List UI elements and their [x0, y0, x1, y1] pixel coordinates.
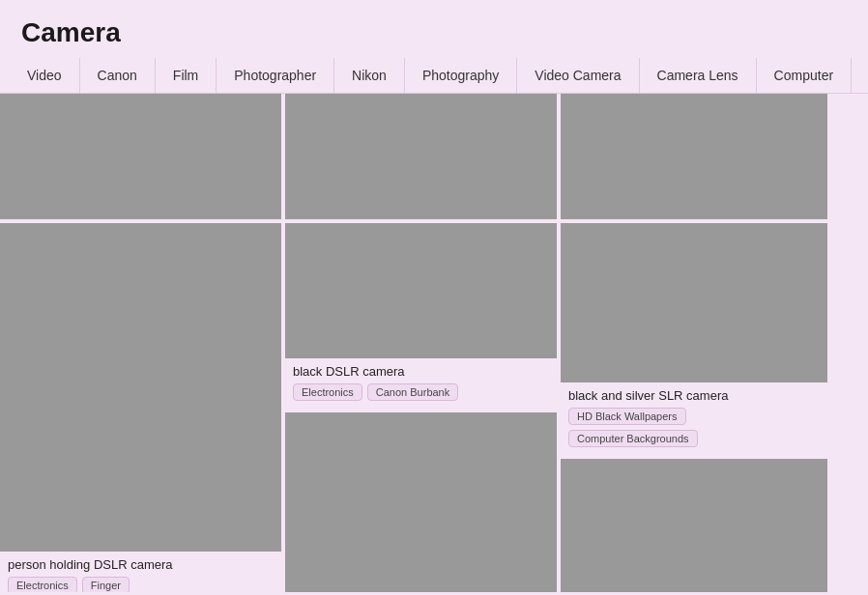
masonry-grid: person holding DSLR cameraElectronicsFin… — [0, 94, 868, 592]
tag-item[interactable]: Photography — [405, 58, 517, 93]
tag-item[interactable]: Photographer — [217, 58, 334, 93]
column-2: black DSLR cameraElectronicsCanon Burban… — [285, 94, 561, 592]
card-image — [561, 94, 827, 219]
card-tag[interactable]: Computer Backgrounds — [568, 430, 698, 447]
card-tag[interactable]: Finger — [82, 577, 130, 592]
tag-item[interactable]: Film — [156, 58, 217, 93]
card-title: black DSLR camera — [293, 364, 549, 379]
card[interactable]: person holding DSLR cameraElectronicsFin… — [0, 223, 281, 592]
card-info: person holding DSLR cameraElectronicsFin… — [0, 552, 281, 592]
card-tag[interactable]: Electronics — [8, 577, 77, 592]
page-title: Camera — [0, 0, 868, 58]
card-image — [285, 223, 557, 358]
card-image — [285, 412, 557, 592]
card-tags: HD Black WallpapersComputer Backgrounds — [568, 408, 820, 447]
tag-item[interactable]: Computer — [757, 58, 852, 93]
card-tags: ElectronicsFinger — [8, 577, 274, 592]
card-image — [0, 94, 281, 219]
card[interactable]: black DSLR cameraElectronicsCanon Burban… — [285, 223, 557, 409]
tag-item[interactable]: Video — [10, 58, 80, 93]
tag-item[interactable]: Canon — [80, 58, 156, 93]
card-image — [561, 459, 827, 592]
card-title: person holding DSLR camera — [8, 557, 274, 572]
column-1: person holding DSLR cameraElectronicsFin… — [0, 94, 285, 592]
column-3: black and silver SLR cameraHD Black Wall… — [561, 94, 831, 592]
tags-bar: VideoCanonFilmPhotographerNikonPhotograp… — [0, 58, 868, 94]
card-image — [561, 223, 827, 382]
card[interactable] — [561, 94, 827, 219]
card[interactable]: person holding Canon DSLR cameraElectron… — [561, 459, 827, 592]
card[interactable]: black and silver SLR cameraHD Black Wall… — [561, 223, 827, 455]
card-tag[interactable]: Canon Burbank — [367, 383, 458, 401]
tag-item[interactable]: Video Camera — [517, 58, 639, 93]
card-image — [0, 223, 281, 552]
card[interactable] — [285, 94, 557, 219]
card-info: black DSLR cameraElectronicsCanon Burban… — [285, 358, 557, 409]
tag-item[interactable]: Nikon — [334, 58, 405, 93]
card-tag[interactable]: HD Black Wallpapers — [568, 408, 686, 425]
card-tags: ElectronicsCanon Burbank — [293, 383, 549, 401]
card-image — [285, 94, 557, 219]
card-tag[interactable]: Electronics — [293, 383, 362, 401]
card[interactable] — [285, 412, 557, 592]
card[interactable] — [0, 94, 281, 219]
card-title: black and silver SLR camera — [568, 388, 820, 403]
card-info: black and silver SLR cameraHD Black Wall… — [561, 382, 827, 455]
tag-item[interactable]: Camera Lens — [640, 58, 757, 93]
